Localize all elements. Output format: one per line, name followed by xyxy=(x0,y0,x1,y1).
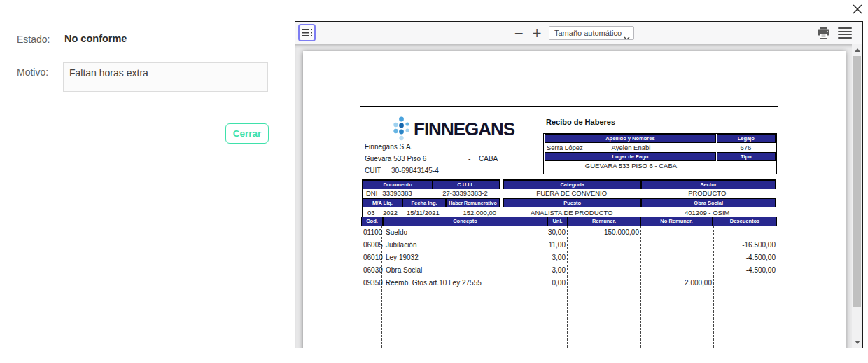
categoria-value: FUERA DE CONVENIO xyxy=(504,189,640,198)
cuil-header: C.U.I.L. xyxy=(433,181,499,189)
recibo-document: FINNEGANS Finnegans S.A. Guevara 533 Pis… xyxy=(360,106,778,348)
item-remuner xyxy=(568,239,640,252)
sidebar-toggle-icon xyxy=(302,28,312,37)
logo-text: FINNEGANS xyxy=(414,118,514,140)
company-address: Guevara 533 Piso 6 xyxy=(365,155,426,163)
item-remuner xyxy=(568,277,640,289)
company-city: CABA xyxy=(479,153,498,165)
sidebar-toggle-button[interactable] xyxy=(298,24,316,41)
item-descuentos xyxy=(714,277,777,289)
categoria-header: Categoria xyxy=(504,181,640,189)
scroll-down-arrow-icon[interactable] xyxy=(852,337,862,347)
sector-header: Sector xyxy=(642,181,775,189)
lugar-value: GUEVARA 533 PISO 6 - CABA xyxy=(545,160,717,171)
cerrar-button[interactable]: Cerrar xyxy=(225,123,269,144)
lugar-header: Lugar de Pago xyxy=(545,153,715,160)
scale-select[interactable]: Tamaño automático xyxy=(549,26,634,40)
scale-select-value: Tamaño automático xyxy=(554,29,622,37)
menu-bar xyxy=(838,34,852,35)
ma-liq-header: M/A Liq. xyxy=(363,199,402,207)
item-remuner xyxy=(568,252,640,264)
item-no-remuner: 2.000,00 xyxy=(641,277,713,289)
item-uni: 3,00 xyxy=(547,264,567,277)
band-liquidacion: M/A Liq. Fecha Ing. Haber Remunerativo 0… xyxy=(362,198,776,219)
estado-value: No conforme xyxy=(64,33,127,44)
item-cod: 06010 xyxy=(361,252,382,264)
col-header-concepto: Concepto xyxy=(384,217,547,226)
motivo-textarea[interactable]: Faltan horas extra xyxy=(63,62,268,92)
item-concepto: Obra Social xyxy=(382,264,547,277)
item-uni: 11,00 xyxy=(547,239,567,252)
nombres-value: Ayelen Enabi xyxy=(612,144,651,151)
company-name: Finnegans S.A. xyxy=(365,141,540,153)
item-cod: 06030 xyxy=(361,264,382,277)
item-remuner xyxy=(568,264,640,277)
item-cod: 09350 xyxy=(361,277,382,289)
close-icon[interactable] xyxy=(851,3,864,15)
cuil-value: 27-33393383-2 xyxy=(431,189,499,198)
zoom-in-button[interactable]: + xyxy=(529,26,545,40)
items-table-body: 01100 06005 06010 06030 09350 Sueldo Jub… xyxy=(361,226,777,348)
item-remuner: 150.000,00 xyxy=(568,226,640,239)
documento-tipo: DNI xyxy=(366,189,377,198)
apellido-value: Serra López xyxy=(547,142,583,153)
scrollbar-thumb[interactable] xyxy=(853,56,861,307)
item-no-remuner xyxy=(641,239,713,252)
motivo-label: Motivo: xyxy=(17,67,48,78)
item-no-remuner xyxy=(641,226,713,239)
item-descuentos: -4.500,00 xyxy=(714,264,777,277)
item-concepto: Jubilación xyxy=(382,239,547,252)
estado-label: Estado: xyxy=(17,34,50,45)
item-no-remuner xyxy=(641,252,713,264)
puesto-header: Puesto xyxy=(504,199,640,207)
close-x-glyph xyxy=(853,4,862,14)
pdf-content-area: FINNEGANS Finnegans S.A. Guevara 533 Pis… xyxy=(295,44,862,348)
documento-nro: 33393383 xyxy=(382,189,412,197)
legajo-value: 676 xyxy=(717,142,775,153)
item-concepto: Reemb. Gtos.art.10 Ley 27555 xyxy=(382,277,547,289)
col-header-no-remuner: No Remuner. xyxy=(641,217,712,226)
apellido-header: Apellido y Nombres xyxy=(545,135,715,142)
menu-bar xyxy=(838,37,852,39)
item-uni: 3,00 xyxy=(547,252,567,264)
item-uni: 30,00 xyxy=(547,226,567,239)
fecha-ing-header: Fecha Ing. xyxy=(403,199,445,207)
finnegans-logo-icon xyxy=(393,116,410,142)
chevron-down-icon xyxy=(624,32,630,40)
item-concepto: Sueldo xyxy=(382,226,547,239)
col-header-remuner: Remuner. xyxy=(568,217,640,226)
menu-bar xyxy=(838,27,852,29)
printer-icon xyxy=(817,27,830,39)
item-descuentos: -16.500,00 xyxy=(714,239,777,252)
finnegans-logo: FINNEGANS xyxy=(393,116,514,142)
pdf-page: FINNEGANS Finnegans S.A. Guevara 533 Pis… xyxy=(303,51,846,348)
documento-header: Documento xyxy=(363,181,432,189)
col-header-cod: Cod. xyxy=(362,217,382,226)
band-documento: Documento C.U.I.L. DNI 33393383 27-33393… xyxy=(362,179,776,198)
puesto-value: ANALISTA DE PRODUCTO xyxy=(504,207,640,218)
sector-value: PRODUCTO xyxy=(640,189,776,198)
menu-button[interactable] xyxy=(838,27,852,39)
pdf-viewer: − + Tamaño automático xyxy=(295,21,863,348)
items-table-header: Cod. Concepto Uni. Remuner. No Remuner. … xyxy=(362,217,776,226)
company-block: Finnegans S.A. Guevara 533 Piso 6 - CABA… xyxy=(365,141,540,177)
cuit-value: 30-69843145-4 xyxy=(391,167,439,174)
zoom-out-button[interactable]: − xyxy=(511,26,526,40)
menu-bar xyxy=(838,31,852,32)
item-cod: 06005 xyxy=(361,239,382,252)
tipo-header: Tipo xyxy=(718,153,775,160)
address-separator: - xyxy=(468,153,470,165)
item-descuentos: -4.500,00 xyxy=(714,252,777,264)
pdf-toolbar: − + Tamaño automático xyxy=(295,22,862,45)
vertical-scrollbar[interactable] xyxy=(852,44,862,348)
item-concepto: Ley 19032 xyxy=(382,252,547,264)
tipo-value xyxy=(717,160,775,171)
print-button[interactable] xyxy=(817,27,830,39)
col-header-descuentos: Descuentos xyxy=(713,217,776,226)
haber-header: Haber Remunerativo xyxy=(447,199,499,207)
item-no-remuner xyxy=(641,264,713,277)
document-title: Recibo de Haberes xyxy=(546,118,615,126)
company-cuit-line: CUIT 30-69843145-4 xyxy=(365,165,540,177)
scroll-up-arrow-icon[interactable] xyxy=(852,45,862,55)
col-header-uni: Uni. xyxy=(548,217,567,226)
